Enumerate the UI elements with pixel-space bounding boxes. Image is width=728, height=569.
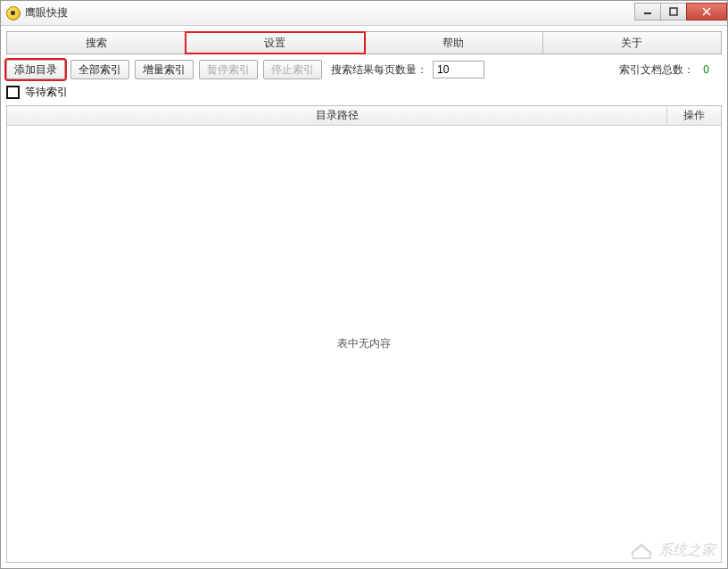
add-directory-button[interactable]: 添加目录: [6, 60, 65, 79]
index-docs-total-label: 索引文档总数：: [619, 62, 694, 78]
index-docs-total-value: 0: [703, 63, 709, 76]
pause-index-button[interactable]: 暂停索引: [199, 60, 258, 79]
tab-settings[interactable]: 设置: [186, 32, 364, 54]
titlebar: 鹰眼快搜: [1, 1, 727, 26]
col-header-path[interactable]: 目录路径: [7, 106, 667, 125]
tab-search[interactable]: 搜索: [7, 32, 186, 54]
wait-index-label: 等待索引: [25, 85, 68, 100]
table-empty-text: 表中无内容: [337, 336, 391, 351]
content-area: 搜索 设置 帮助 关于 添加目录 全部索引 增量索引 暂停索引 停止索引 搜索结…: [1, 26, 727, 568]
wait-index-checkbox[interactable]: [6, 86, 20, 99]
titlebar-left: 鹰眼快搜: [6, 5, 68, 21]
toolbar: 添加目录 全部索引 增量索引 暂停索引 停止索引 搜索结果每页数量： 索引文档总…: [6, 60, 722, 79]
maximize-icon: [669, 7, 678, 16]
close-button[interactable]: [686, 3, 727, 21]
table-body: 表中无内容: [7, 126, 721, 562]
app-icon: [6, 6, 21, 21]
minimize-button[interactable]: [634, 3, 661, 21]
results-per-page-input[interactable]: [433, 61, 484, 78]
maximize-button[interactable]: [660, 3, 687, 21]
wait-index-row: 等待索引: [6, 85, 722, 100]
tabbar: 搜索 设置 帮助 关于: [6, 31, 722, 54]
incremental-index-button[interactable]: 增量索引: [135, 60, 194, 79]
svg-rect-0: [644, 12, 651, 14]
tab-help[interactable]: 帮助: [365, 32, 543, 54]
directory-table: 目录路径 操作 表中无内容: [6, 105, 722, 563]
minimize-icon: [643, 7, 652, 16]
results-per-page-label: 搜索结果每页数量：: [331, 62, 427, 78]
table-header: 目录路径 操作: [7, 106, 721, 126]
full-index-button[interactable]: 全部索引: [70, 60, 129, 79]
col-header-operation[interactable]: 操作: [667, 106, 721, 125]
svg-rect-1: [670, 8, 677, 15]
window-controls: [635, 3, 727, 21]
window-title: 鹰眼快搜: [25, 5, 68, 21]
stop-index-button[interactable]: 停止索引: [263, 60, 322, 79]
tab-about[interactable]: 关于: [543, 32, 721, 54]
app-window: 鹰眼快搜 搜索 设置 帮助 关于 添加目录 全部索引 增量索引 暂停索引 停止: [0, 0, 728, 569]
close-icon: [701, 7, 712, 16]
